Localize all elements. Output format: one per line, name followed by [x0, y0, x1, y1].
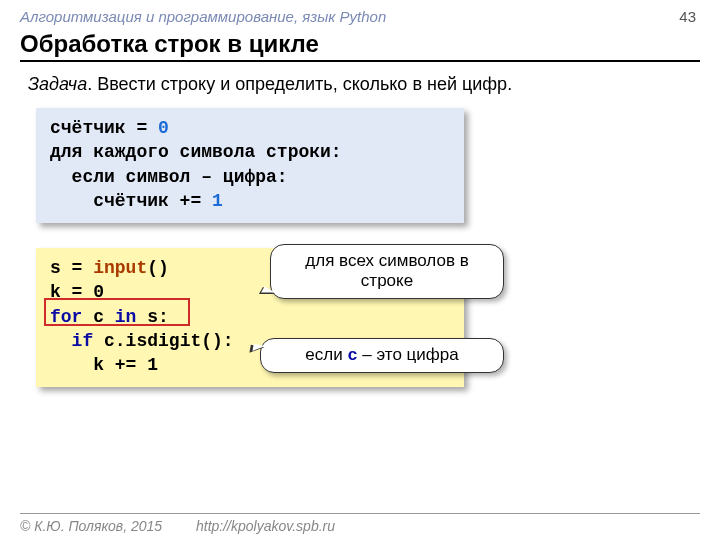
code-l3a: for — [50, 307, 82, 327]
callout2-c: – это цифра — [358, 345, 459, 364]
code-l5: k += 1 — [50, 355, 158, 375]
pseudocode-box: счётчик = 0 для каждого символа строки: … — [36, 108, 464, 223]
callout2-b: c — [347, 346, 357, 365]
code-l1b: input — [93, 258, 147, 278]
code-l2: k = 0 — [50, 282, 104, 302]
pseudo-l2: для каждого символа строки: — [50, 142, 342, 162]
pseudo-l4a: счётчик += — [50, 191, 212, 211]
code-l4c: c.isdigit(): — [93, 331, 233, 351]
pseudo-l1a: счётчик = — [50, 118, 158, 138]
course-header: Алгоритмизация и программирование, язык … — [20, 8, 700, 25]
task-label: Задача — [28, 74, 87, 94]
pseudo-l3: если символ – цифра: — [50, 167, 288, 187]
pseudo-l1b: 0 — [158, 118, 169, 138]
code-l1c: () — [147, 258, 169, 278]
page-number: 43 — [679, 8, 696, 25]
callout-for-all-chars: для всех символов в строке — [270, 244, 504, 299]
copyright: © К.Ю. Поляков, 2015 — [20, 518, 162, 534]
task-line: Задача. Ввести строку и определить, скол… — [28, 74, 692, 95]
pseudo-l4b: 1 — [212, 191, 223, 211]
task-text: . Ввести строку и определить, сколько в … — [87, 74, 512, 94]
code-l3d: s: — [136, 307, 168, 327]
callout2-a: если — [305, 345, 347, 364]
code-l4b: if — [72, 331, 94, 351]
code-l4a — [50, 331, 72, 351]
footer-link: http://kpolyakov.spb.ru — [196, 518, 335, 534]
code-l3c: in — [115, 307, 137, 327]
code-l1a: s = — [50, 258, 93, 278]
callout-if-digit: если c – это цифра — [260, 338, 504, 373]
slide-title: Обработка строк в цикле — [20, 30, 700, 62]
footer: © К.Ю. Поляков, 2015 http://kpolyakov.sp… — [20, 513, 700, 534]
code-l3b: c — [82, 307, 114, 327]
